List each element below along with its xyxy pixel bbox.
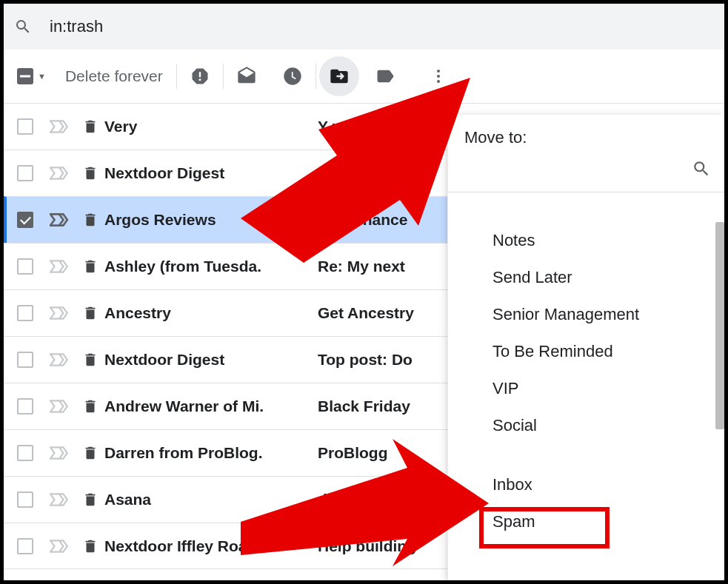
scrollbar[interactable] [715,222,724,429]
sender: Nextdoor Digest [104,164,318,182]
checkbox[interactable] [17,305,33,321]
trash-icon [82,258,98,275]
search-icon[interactable] [14,18,32,36]
trash-icon [82,118,98,135]
report-spam-icon [190,66,210,87]
toolbar: ▼ Delete forever [4,50,724,103]
trash-icon [82,305,98,321]
importance-marker[interactable] [50,540,69,553]
move-to-button[interactable] [319,56,359,96]
svg-point-1 [437,75,440,78]
trash-icon [82,212,98,228]
trash-icon [82,398,98,414]
checkbox[interactable] [17,398,33,414]
popover-item[interactable]: To Be Reminded [448,333,715,370]
drafts-icon [236,66,257,87]
sender: Very [104,118,318,135]
sender: Darren from ProBlog. [104,444,318,462]
popover-item[interactable]: Notes [448,222,715,259]
svg-point-2 [437,80,440,83]
sender: Asana [104,491,318,509]
more-button[interactable] [415,61,461,91]
divider [315,64,316,89]
checkbox[interactable] [17,212,33,228]
importance-marker[interactable] [50,120,69,133]
importance-marker[interactable] [50,167,69,180]
search-bar [4,4,724,50]
checkbox[interactable] [17,165,33,181]
delete-forever-button[interactable]: Delete forever [65,67,163,85]
popover-item[interactable]: Social [448,407,715,444]
trash-icon [82,538,98,554]
chevron-down-icon: ▼ [38,72,46,81]
trash-icon [82,445,98,461]
importance-marker[interactable] [50,446,69,460]
trash-icon [82,491,98,508]
checkbox[interactable] [17,491,33,508]
sender: Nextdoor Digest [104,351,318,369]
popover-title: Move to: [448,128,724,147]
select-indeterminate-icon [17,68,33,84]
search-input[interactable] [50,17,714,36]
importance-marker[interactable] [50,493,69,506]
popover-item[interactable]: Send Later [448,259,715,296]
popover-list: NotesSend LaterSenior ManagementTo Be Re… [448,222,724,540]
move-to-icon [329,66,350,87]
importance-marker[interactable] [50,400,69,413]
checkbox[interactable] [17,352,33,368]
sender: Ancestry [104,304,318,322]
trash-icon [82,165,98,181]
checkbox[interactable] [17,538,33,554]
select-all-dropdown[interactable]: ▼ [17,68,46,84]
label-icon [375,66,395,87]
importance-marker[interactable] [50,353,69,366]
trash-icon [82,352,98,368]
sender: Argos Reviews [104,211,318,229]
popover-item[interactable]: Spam [448,503,715,540]
mark-as-read-button[interactable] [224,61,270,91]
svg-point-0 [437,70,440,73]
popover-item[interactable]: VIP [448,370,715,407]
importance-marker[interactable] [50,260,69,273]
popover-item[interactable]: Inbox [448,466,715,503]
checkbox[interactable] [17,258,33,275]
sender: Nextdoor Iffley Road [104,537,318,555]
move-to-popover: Move to: NotesSend LaterSenior Managemen… [447,115,724,583]
more-vert-icon [430,67,447,85]
clock-icon [282,66,303,87]
importance-marker[interactable] [50,213,69,226]
checkbox[interactable] [17,118,33,135]
sender: Ashley (from Tuesda. [104,258,318,275]
checkbox[interactable] [17,445,33,461]
search-icon[interactable] [692,159,711,181]
importance-marker[interactable] [50,306,69,320]
report-spam-button[interactable] [177,61,223,91]
sender: Andrew Warner of Mi. [104,397,318,415]
labels-button[interactable] [362,61,408,91]
popover-search-row [448,156,724,192]
snooze-button[interactable] [270,61,315,91]
popover-item[interactable]: Senior Management [448,296,715,333]
